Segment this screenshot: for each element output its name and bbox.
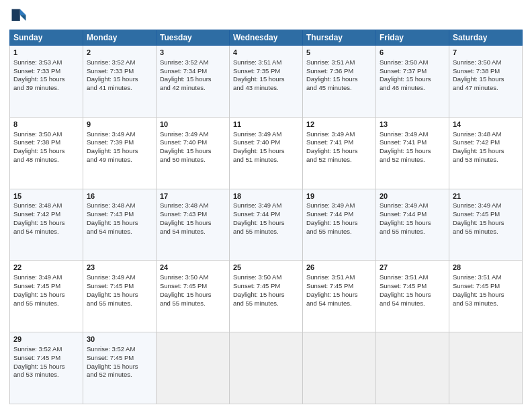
calendar-empty-cell [303,332,376,404]
day-info-line: Sunset: 7:35 PM [233,67,299,76]
calendar-day-cell: 20Sunrise: 3:49 AMSunset: 7:44 PMDayligh… [376,189,449,261]
day-info-line: Sunrise: 3:49 AM [306,130,372,139]
day-info-line: Sunrise: 3:49 AM [380,201,445,210]
day-number: 27 [380,263,445,273]
day-info-line: Daylight: 15 hours [87,75,152,84]
calendar-day-cell: 7Sunrise: 3:50 AMSunset: 7:38 PMDaylight… [449,46,523,118]
calendar-day-cell: 3Sunrise: 3:52 AMSunset: 7:34 PMDaylight… [157,46,230,118]
calendar-day-cell: 26Sunrise: 3:51 AMSunset: 7:45 PMDayligh… [303,261,376,332]
day-info-line: Sunrise: 3:49 AM [160,130,226,139]
calendar-day-cell: 25Sunrise: 3:50 AMSunset: 7:45 PMDayligh… [230,261,303,332]
calendar-day-header: Wednesday [230,30,303,46]
day-info-line: and 53 minutes. [453,156,519,165]
calendar-week-row: 15Sunrise: 3:48 AMSunset: 7:42 PMDayligh… [10,189,523,261]
svg-rect-2 [12,9,20,21]
calendar-day-cell: 21Sunrise: 3:49 AMSunset: 7:45 PMDayligh… [449,189,523,261]
day-number: 18 [233,191,299,201]
day-number: 21 [453,191,519,201]
day-info-line: Sunrise: 3:51 AM [233,58,299,67]
day-info-line: Sunrise: 3:50 AM [233,273,299,282]
calendar-week-row: 1Sunrise: 3:53 AMSunset: 7:33 PMDaylight… [10,46,523,118]
calendar-day-header: Tuesday [157,30,230,46]
day-info-line: Daylight: 15 hours [13,75,79,84]
day-number: 24 [160,263,226,273]
day-info-line: Sunrise: 3:51 AM [306,273,372,282]
day-info-line: Daylight: 15 hours [453,75,519,84]
calendar-day-cell: 8Sunrise: 3:50 AMSunset: 7:38 PMDaylight… [10,117,83,189]
calendar-day-cell: 22Sunrise: 3:49 AMSunset: 7:45 PMDayligh… [10,261,83,332]
calendar-day-header: Friday [376,30,449,46]
calendar-day-cell: 2Sunrise: 3:52 AMSunset: 7:33 PMDaylight… [83,46,157,118]
calendar-day-header: Sunday [10,30,83,46]
day-info-line: and 43 minutes. [233,84,299,93]
day-info-line: and 48 minutes. [13,156,79,165]
day-info-line: and 47 minutes. [453,84,519,93]
day-info-line: Daylight: 15 hours [453,219,519,228]
day-number: 7 [453,48,519,58]
day-info-line: Daylight: 15 hours [380,147,445,156]
day-number: 20 [380,191,445,201]
day-info-line: Sunset: 7:33 PM [87,67,152,76]
calendar-day-cell: 23Sunrise: 3:49 AMSunset: 7:45 PMDayligh… [83,261,157,332]
day-info-line: and 45 minutes. [306,84,372,93]
day-info-line: Sunrise: 3:52 AM [160,58,226,67]
page: SundayMondayTuesdayWednesdayThursdayFrid… [0,0,532,411]
day-info-line: Daylight: 15 hours [453,291,519,300]
day-info-line: Daylight: 15 hours [160,219,226,228]
day-info-line: Sunset: 7:45 PM [13,282,79,291]
day-info-line: and 55 minutes. [453,228,519,236]
day-info-line: Daylight: 15 hours [306,147,372,156]
logo [9,7,30,26]
day-number: 10 [160,120,226,130]
day-info-line: and 55 minutes. [233,300,299,308]
day-info-line: Sunset: 7:45 PM [13,354,79,363]
day-number: 13 [380,120,445,130]
day-number: 1 [13,48,79,58]
day-info-line: and 55 minutes. [87,300,152,308]
day-info-line: Sunset: 7:45 PM [87,354,152,363]
day-info-line: Sunset: 7:40 PM [233,138,299,147]
day-info-line: Sunset: 7:40 PM [160,138,226,147]
logo-icon [9,7,28,26]
day-info-line: Daylight: 15 hours [160,75,226,84]
day-info-line: Sunset: 7:34 PM [160,67,226,76]
day-number: 3 [160,48,226,58]
day-info-line: and 55 minutes. [306,228,372,236]
day-number: 11 [233,120,299,130]
day-number: 16 [87,191,152,201]
day-info-line: Sunrise: 3:52 AM [87,58,152,67]
day-info-line: Sunset: 7:45 PM [233,282,299,291]
calendar-day-cell: 24Sunrise: 3:50 AMSunset: 7:45 PMDayligh… [157,261,230,332]
day-info-line: Sunset: 7:42 PM [453,138,519,147]
day-info-line: Daylight: 15 hours [306,291,372,300]
day-info-line: Daylight: 15 hours [306,75,372,84]
day-info-line: and 52 minutes. [380,156,445,165]
day-info-line: Sunset: 7:39 PM [87,138,152,147]
day-info-line: Sunset: 7:41 PM [380,138,445,147]
calendar-day-cell: 28Sunrise: 3:51 AMSunset: 7:45 PMDayligh… [449,261,523,332]
day-info-line: and 55 minutes. [233,228,299,236]
day-info-line: Sunset: 7:45 PM [380,282,445,291]
calendar-table: SundayMondayTuesdayWednesdayThursdayFrid… [9,30,523,404]
day-info-line: Sunset: 7:41 PM [306,138,372,147]
calendar-day-cell: 10Sunrise: 3:49 AMSunset: 7:40 PMDayligh… [157,117,230,189]
calendar-day-cell: 1Sunrise: 3:53 AMSunset: 7:33 PMDaylight… [10,46,83,118]
svg-marker-0 [20,9,26,15]
day-info-line: Sunset: 7:38 PM [13,138,79,147]
day-info-line: and 55 minutes. [380,228,445,236]
day-info-line: Sunrise: 3:49 AM [13,273,79,282]
calendar-day-cell: 29Sunrise: 3:52 AMSunset: 7:45 PMDayligh… [10,332,83,404]
calendar-week-row: 8Sunrise: 3:50 AMSunset: 7:38 PMDaylight… [10,117,523,189]
day-info-line: Sunrise: 3:50 AM [453,58,519,67]
day-info-line: Daylight: 15 hours [380,219,445,228]
day-info-line: Sunset: 7:45 PM [306,282,372,291]
calendar-day-cell: 14Sunrise: 3:48 AMSunset: 7:42 PMDayligh… [449,117,523,189]
day-info-line: and 53 minutes. [453,300,519,308]
day-info-line: and 49 minutes. [87,156,152,165]
day-info-line: Sunset: 7:45 PM [87,282,152,291]
day-info-line: Daylight: 15 hours [87,219,152,228]
day-number: 6 [380,48,445,58]
day-info-line: Sunrise: 3:51 AM [453,273,519,282]
day-info-line: Daylight: 15 hours [13,219,79,228]
day-info-line: Daylight: 15 hours [160,291,226,300]
